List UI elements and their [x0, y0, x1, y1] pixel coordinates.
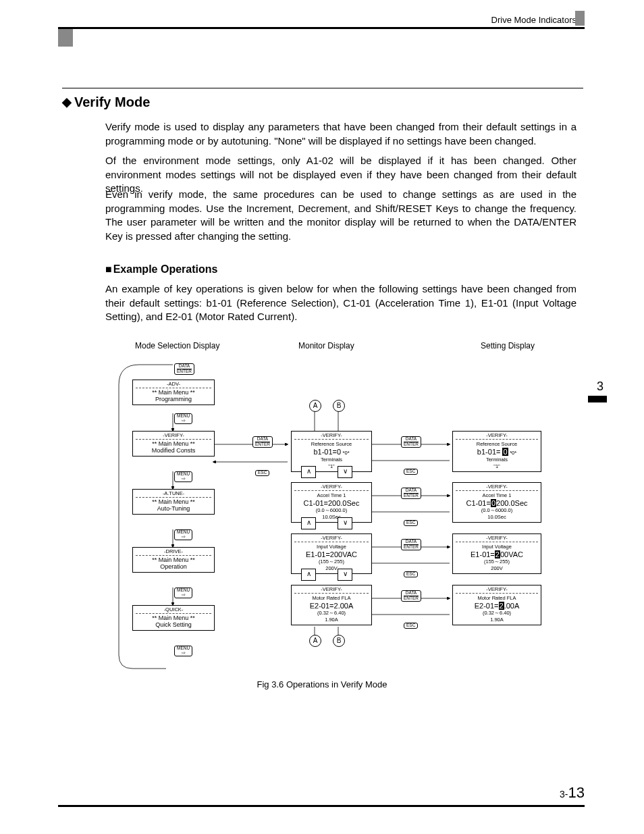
- footer-rule: [58, 805, 585, 807]
- key-esc: ESC: [404, 520, 418, 526]
- subsection-title: ■Example Operations: [105, 263, 217, 276]
- key-down-icon: ∨: [338, 466, 352, 478]
- subsection-para: An example of key operations is given be…: [105, 282, 576, 324]
- key-esc: ESC: [404, 469, 418, 475]
- setting-panel-b1-01: -VERIFY- Reference Source b1-01= 0 *0* T…: [452, 431, 541, 472]
- key-data-enter: DATAENTER: [401, 539, 421, 550]
- square-icon: ■: [105, 263, 112, 275]
- circle-b: B: [333, 635, 345, 647]
- key-esc: ESC: [255, 470, 269, 476]
- circle-a: A: [309, 400, 321, 412]
- key-menu: MENU⇨: [174, 413, 192, 424]
- key-menu: MENU⇨: [174, 646, 192, 656]
- key-up-icon: ∧: [301, 517, 316, 529]
- mode-panel-atune: -A.TUNE- ** Main Menu ** Auto-Tuning: [132, 489, 215, 515]
- key-menu: MENU⇨: [174, 588, 192, 598]
- key-data-enter: DATAENTER: [401, 488, 421, 499]
- section-title: ◆Verify Mode: [62, 95, 150, 110]
- key-up-icon: ∧: [301, 466, 316, 478]
- monitor-panel-c1-01: -VERIFY- Accel Time 1 C1-01=200.0Sec (0.…: [291, 482, 372, 523]
- mode-panel-drive: -DRIVE- ** Main Menu ** Operation: [132, 547, 215, 573]
- col-label-1: Mode Selection Display: [135, 341, 219, 350]
- key-down-icon: ∨: [338, 517, 352, 529]
- diamond-icon: ◆: [62, 95, 72, 109]
- running-head: Drive Mode Indicators: [491, 15, 576, 25]
- key-up-icon: ∧: [301, 569, 316, 581]
- key-menu: MENU⇨: [174, 471, 192, 482]
- page-number: 3-13: [560, 784, 585, 802]
- circle-b: B: [333, 400, 345, 412]
- mode-panel-adv: -ADV- ** Main Menu ** Programming: [132, 380, 215, 405]
- key-data-enter: DATAENTER: [252, 436, 273, 448]
- setting-panel-e1-01: -VERIFY- Input Voltage E1-01=200VAC (155…: [452, 533, 541, 574]
- para-1: Verify mode is used to display any param…: [105, 120, 576, 148]
- key-data-enter: DATAENTER: [174, 363, 194, 375]
- side-tab: [58, 29, 73, 47]
- mode-panel-quick: -QUICK- ** Main Menu ** Quick Setting: [132, 605, 215, 631]
- header-tab: [575, 11, 585, 26]
- mode-panel-verify: -VERIFY- ** Main Menu ** Modified Consts: [132, 431, 215, 457]
- key-data-enter: DATAENTER: [401, 436, 421, 448]
- setting-panel-c1-01: -VERIFY- Accel Time 1 C1-01=0200.0Sec (0…: [452, 482, 541, 523]
- setting-panel-e2-01: -VERIFY- Motor Rated FLA E2-01=2.00A (0.…: [452, 585, 541, 625]
- key-menu: MENU⇨: [174, 529, 192, 540]
- section-title-text: Verify Mode: [74, 95, 150, 109]
- monitor-panel-e1-01: -VERIFY- Input Voltage E1-01=200VAC (155…: [291, 533, 372, 574]
- key-esc: ESC: [404, 571, 418, 577]
- key-down-icon: ∨: [338, 569, 352, 581]
- circle-a: A: [309, 635, 321, 647]
- col-label-2: Monitor Display: [298, 341, 354, 350]
- figure-caption: Fig 3.6 Operations in Verify Mode: [0, 679, 644, 689]
- key-data-enter: DATAENTER: [401, 590, 421, 602]
- subsection-title-text: Example Operations: [113, 263, 218, 275]
- monitor-panel-e2-01: -VERIFY- Motor Rated FLA E2-01=2.00A (0.…: [291, 585, 372, 625]
- header-rule: [58, 27, 585, 29]
- key-esc: ESC: [404, 623, 418, 629]
- section-rule: [62, 88, 583, 88]
- side-chapter-number: 3: [597, 380, 603, 394]
- diagram: DATAENTER -ADV- ** Main Menu ** Programm…: [105, 358, 551, 675]
- para-3: Even in verify mode, the same procedures…: [105, 188, 576, 244]
- side-chapter-bar: [588, 396, 607, 402]
- col-label-3: Setting Display: [481, 341, 535, 350]
